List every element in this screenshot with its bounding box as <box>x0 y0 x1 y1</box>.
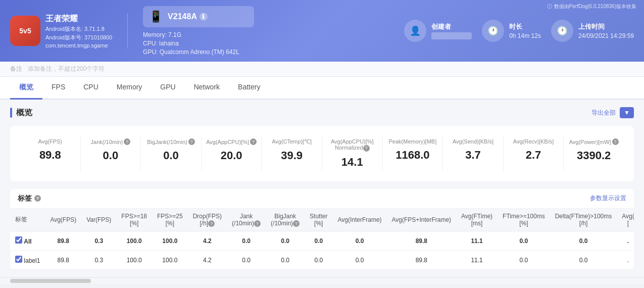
col-avg-fps: Avg(FPS) <box>45 209 81 231</box>
stat-send: Avg(Send)[KB/s] 3.7 <box>443 136 504 171</box>
col-ftime: Avg(FTime)[ms] <box>456 209 498 231</box>
tab-fps[interactable]: FPS <box>42 77 74 100</box>
duration-value: 0h 14m 12s <box>509 32 541 39</box>
cell-all-extra: . <box>617 231 634 251</box>
col-drop-fps: Drop(FPS)[/h]? <box>188 209 227 231</box>
labels-info-icon[interactable]: ? <box>34 195 41 202</box>
cell-all-interframe: 0.0 <box>332 231 386 251</box>
device-icon: 📱 <box>149 10 163 23</box>
col-delta-ftime: Delta(FTime)>100ms[/h] <box>550 209 617 231</box>
device-info-icon: ℹ <box>200 13 208 21</box>
device-gpu: GPU: Qualcomm Adreno (TM) 642L <box>143 49 254 56</box>
cell-label1-avg-fps: 89.8 <box>45 251 81 270</box>
app-icon: 5v5 <box>10 16 40 46</box>
row-all-label-cell: All <box>10 231 45 251</box>
bigjank-info-icon[interactable]: ? <box>188 138 195 145</box>
drop-info-icon[interactable]: ? <box>208 220 215 227</box>
normalized-info-icon[interactable]: ? <box>363 145 370 152</box>
col-jank: Jank(/10min)? <box>227 209 266 231</box>
col-ftime100: FTime>=100ms[%] <box>498 209 550 231</box>
cell-label1-delta: 0.0 <box>550 251 617 270</box>
creator-value <box>431 32 472 39</box>
upload-content: 上传时间 24/09/2021 14:29:59 <box>578 22 634 39</box>
stat-recv: Avg(Recv)[KB/s] 2.7 <box>504 136 564 171</box>
appcpu-info-icon[interactable]: ? <box>250 138 257 145</box>
row-all-label: All <box>24 238 31 245</box>
export-button[interactable]: 导出全部 <box>591 109 616 117</box>
creator-content: 创建者 <box>431 22 472 39</box>
tab-battery[interactable]: Battery <box>229 77 269 100</box>
table-row: label1 89.8 0.3 100.0 100.0 4.2 0.0 0.0 … <box>10 251 634 270</box>
cell-all-fps-interframe: 89.8 <box>387 231 456 251</box>
stat-ctemp: Avg(CTemp)[℃] 39.9 <box>262 136 322 171</box>
creator-stat: 👤 创建者 <box>404 20 472 42</box>
cell-all-fps25: 100.0 <box>152 231 188 251</box>
horizontal-scrollbar[interactable] <box>0 277 644 283</box>
duration-stat: 🕐 时长 0h 14m 12s <box>482 20 541 42</box>
row-label1-label: label1 <box>24 257 40 264</box>
col-stutter: Stutter[%] <box>305 209 332 231</box>
export-dropdown-button[interactable]: ▼ <box>620 107 634 118</box>
notes-bar: 备注 添加备注，不超过200个字符 <box>0 62 644 77</box>
cell-label1-interframe: 0.0 <box>332 251 386 270</box>
notes-label: 备注 <box>10 65 22 72</box>
tab-overview[interactable]: 概览 <box>10 77 42 100</box>
jank-info-icon[interactable]: ? <box>124 138 130 145</box>
creator-label: 创建者 <box>431 22 472 31</box>
labels-title: 标签 ? <box>18 194 41 203</box>
stat-bigjank: BigJank(/10min)? 0.0 <box>141 136 202 171</box>
power-info-icon[interactable]: ? <box>612 138 619 145</box>
row-label1-label-cell: label1 <box>10 251 45 270</box>
cell-label1-fps18: 100.0 <box>116 251 152 270</box>
col-fps25: FPS>=25[%] <box>152 209 188 231</box>
duration-label: 时长 <box>509 22 541 31</box>
stat-avg-fps: Avg(FPS) 89.8 <box>20 136 81 171</box>
creator-icon: 👤 <box>404 20 426 42</box>
cell-all-ftime100: 0.0 <box>498 231 550 251</box>
table-row: All 89.8 0.3 100.0 100.0 4.2 0.0 0.0 0.0… <box>10 231 634 251</box>
device-memory: Memory: 7.1G <box>143 31 254 38</box>
perfdog-note: ⓘ 数据由PerfDog(6.0.210836)版本收集 <box>547 3 636 10</box>
cell-all-fps18: 100.0 <box>116 231 152 251</box>
notes-placeholder[interactable]: 添加备注，不超过200个字符 <box>28 65 105 72</box>
tab-cpu[interactable]: CPU <box>74 77 108 100</box>
labels-table-wrap: 标签 Avg(FPS) Var(FPS) FPS>=18[%] FPS>=25[… <box>10 209 634 270</box>
cell-all-delta: 0.0 <box>550 231 617 251</box>
cell-all-avg-fps: 89.8 <box>45 231 81 251</box>
col-fps-interframe: Avg(FPS+InterFrame) <box>387 209 456 231</box>
cell-label1-extra: . <box>617 251 634 270</box>
duration-content: 时长 0h 14m 12s <box>509 22 541 39</box>
row-label1-checkbox[interactable] <box>15 256 22 263</box>
params-link[interactable]: 参数显示设置 <box>590 194 626 203</box>
bigjank2-info-icon[interactable]: ? <box>293 220 300 227</box>
tab-network[interactable]: Network <box>185 77 229 100</box>
col-extra: Avg([ <box>617 209 634 231</box>
labels-table: 标签 Avg(FPS) Var(FPS) FPS>=18[%] FPS>=25[… <box>10 209 634 270</box>
labels-section: 标签 ? 参数显示设置 标签 Avg(FPS) Var(FPS) FPS>=18… <box>10 189 634 270</box>
export-area: 导出全部 ▼ <box>591 107 634 118</box>
cell-label1-bigjank: 0.0 <box>266 251 305 270</box>
col-fps18: FPS>=18[%] <box>116 209 152 231</box>
upload-label: 上传时间 <box>578 22 634 31</box>
package-name: com.tencent.tmgp.sgame <box>45 42 112 49</box>
cell-label1-var-fps: 0.3 <box>81 251 116 270</box>
stat-appcpu: Avg(AppCPU)[%]? 20.0 <box>202 136 262 171</box>
section-header: 概览 导出全部 ▼ <box>10 107 634 118</box>
cell-all-jank: 0.0 <box>227 231 266 251</box>
tab-memory[interactable]: Memory <box>108 77 152 100</box>
cell-all-ftime: 11.1 <box>456 231 498 251</box>
jank2-info-icon[interactable]: ? <box>254 220 261 227</box>
header: ⓘ 数据由PerfDog(6.0.210836)版本收集 5v5 王者荣耀 An… <box>0 0 644 62</box>
upload-icon: 🕐 <box>551 20 573 42</box>
device-name: V2148A ℹ <box>168 12 208 21</box>
app-info: 5v5 王者荣耀 Android版本名: 3.71.1.8 Android版本号… <box>10 14 112 49</box>
scrollbar-thumb[interactable] <box>10 279 91 283</box>
cell-all-drop: 4.2 <box>188 231 227 251</box>
row-all-checkbox[interactable] <box>15 236 22 244</box>
divider-1 <box>127 13 128 49</box>
tab-gpu[interactable]: GPU <box>151 77 184 100</box>
stat-peak-memory: Peak(Memory)[MB] 1168.0 <box>383 136 443 171</box>
cell-label1-ftime100: 0.0 <box>498 251 550 270</box>
upload-value: 24/09/2021 14:29:59 <box>578 32 634 39</box>
stat-normalized: Avg(AppCPU)[%] Normalized? 14.1 <box>322 136 383 171</box>
